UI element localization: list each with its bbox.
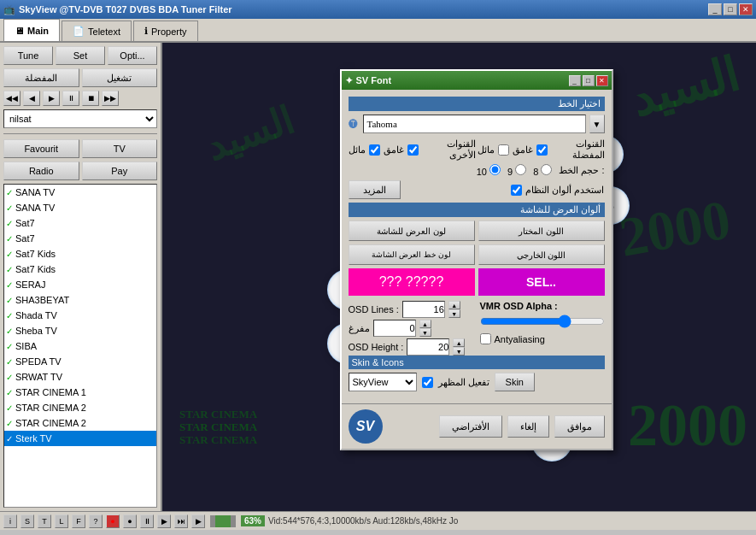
osd-height-down[interactable]: ▼ xyxy=(453,347,465,356)
cancel-button[interactable]: إلغاء xyxy=(507,415,549,438)
tab-teletext[interactable]: 📄 Teletext xyxy=(62,21,132,41)
status-icon-help[interactable]: ? xyxy=(89,514,103,528)
channel-item[interactable]: ✓SRWAT TV xyxy=(4,369,156,385)
default-button[interactable]: الأفتراضي xyxy=(439,415,502,438)
osd-height-up[interactable]: ▲ xyxy=(453,338,465,347)
other-italic-check[interactable] xyxy=(369,144,380,156)
favourit-button[interactable]: Favourit xyxy=(3,139,79,158)
skin-button[interactable]: Skin xyxy=(495,373,535,391)
channel-item[interactable]: ✓Sat7 Kids xyxy=(4,246,156,262)
vmr-label: VMR OSD Alpha : xyxy=(480,301,605,311)
empty-up[interactable]: ▲ xyxy=(419,320,431,328)
channel-item[interactable]: ✓SIBA xyxy=(4,338,156,354)
channel-item[interactable]: ✓STAR CINEMA 2 xyxy=(4,400,156,415)
pause-button[interactable]: ⏸ xyxy=(62,91,79,106)
status-icon-info[interactable]: i xyxy=(3,514,17,528)
size-8-label[interactable]: 8 xyxy=(533,164,552,177)
channel-item[interactable]: ✓Sat7 xyxy=(4,231,156,246)
size-10-label[interactable]: 10 xyxy=(477,164,501,177)
status-icon-s[interactable]: S xyxy=(21,514,34,528)
text-color-btn[interactable]: لون خط العرض الشاشة xyxy=(349,244,475,265)
channel-item[interactable]: ✓SANA TV xyxy=(4,185,156,200)
font-options-grid: القنوات المفضلة غامق مائل القنوات الأخرى… xyxy=(349,138,605,161)
status-icon-l[interactable]: L xyxy=(55,514,68,528)
status-icon-f[interactable]: F xyxy=(72,514,85,528)
osd-lines-up[interactable]: ▲ xyxy=(448,301,460,309)
set-button[interactable]: Set xyxy=(56,46,105,65)
satellite-dropdown[interactable]: nilsat xyxy=(3,109,157,128)
tune-button[interactable]: Tune xyxy=(3,46,53,65)
tab-property[interactable]: ℹ Property xyxy=(133,21,198,41)
channel-item[interactable]: ✓Sheba TV xyxy=(4,323,156,338)
skin-enable-check[interactable] xyxy=(422,377,433,388)
opti-button[interactable]: Opti... xyxy=(108,46,157,65)
radio-button[interactable]: Radio xyxy=(3,162,79,180)
status-icon-play[interactable]: ▶ xyxy=(157,514,171,528)
mufaddala-button[interactable]: المفضلة xyxy=(3,68,79,87)
check-mark: ✓ xyxy=(6,419,13,428)
screen-color-btn[interactable]: لون العرض للشاشة xyxy=(349,220,475,241)
empty-label: مفرغ xyxy=(349,323,370,334)
next-button[interactable]: ▶▶ xyxy=(102,91,119,106)
font-dropdown-btn[interactable]: ▼ xyxy=(589,115,605,133)
close-button[interactable]: ✕ xyxy=(739,3,753,15)
size-10-radio[interactable] xyxy=(489,164,501,175)
main-icon: 🖥 xyxy=(15,26,24,36)
modal-minimize[interactable]: _ xyxy=(569,75,581,86)
channel-item[interactable]: ✓SHA3BEYAT xyxy=(4,292,156,308)
font-color-icon: 🅣 xyxy=(349,119,358,129)
channel-item[interactable]: ✓Sat7 Kids xyxy=(4,262,156,277)
more-button[interactable]: المزيد xyxy=(349,180,401,199)
channel-item[interactable]: ✓STAR CINEMA 2 xyxy=(4,415,156,431)
selected-color-btn[interactable]: اللون المختار xyxy=(478,220,605,241)
syscolor-check[interactable] xyxy=(511,185,522,196)
channel-item[interactable]: ✓Sterk TV xyxy=(4,431,156,446)
channel-item[interactable]: ✓SPEDA TV xyxy=(4,354,156,369)
channel-name: Sat7 Kids xyxy=(15,249,56,259)
osd-lines-down[interactable]: ▼ xyxy=(448,309,460,318)
channel-item[interactable]: ✓SANA TV xyxy=(4,200,156,215)
vmr-slider[interactable] xyxy=(480,315,605,328)
channel-item[interactable]: ✓Sat7 xyxy=(4,215,156,231)
empty-down[interactable]: ▼ xyxy=(419,328,431,337)
empty-input[interactable] xyxy=(373,320,416,337)
preferred-bold-check[interactable] xyxy=(536,144,548,156)
stop-button[interactable]: ⏹ xyxy=(82,91,99,106)
status-icon-t[interactable]: T xyxy=(38,514,51,528)
tab-main[interactable]: 🖥 Main xyxy=(3,19,60,41)
maximize-button[interactable]: □ xyxy=(724,3,737,15)
separator xyxy=(3,133,157,134)
status-icon-pause[interactable]: ⏸ xyxy=(140,514,154,528)
prev-prev-button[interactable]: ◀◀ xyxy=(3,91,21,106)
preferred-label: القنوات المفضلة xyxy=(551,138,605,161)
tv-button[interactable]: TV xyxy=(82,139,158,158)
minimize-button[interactable]: _ xyxy=(708,3,722,15)
channel-item[interactable]: ✓SERAJ xyxy=(4,277,156,292)
font-select-display[interactable]: Tahoma xyxy=(363,115,586,133)
prev-button[interactable]: ◀ xyxy=(23,91,40,106)
channel-list[interactable]: ✓SANA TV✓SANA TV✓Sat7✓Sat7✓Sat7 Kids✓Sat… xyxy=(3,184,157,508)
status-icon-ff[interactable]: ⏭ xyxy=(174,514,188,528)
other-bold-check[interactable] xyxy=(407,144,419,156)
preferred-italic-check[interactable] xyxy=(498,144,509,156)
play-button[interactable]: ▶ xyxy=(43,91,60,106)
modal-title-bar: ✦ SV Font _ □ ✕ xyxy=(342,71,612,90)
channel-item[interactable]: ✓Shada TV xyxy=(4,308,156,323)
osd-lines-input[interactable] xyxy=(402,301,445,318)
status-icon-play2[interactable]: ▶ xyxy=(191,514,205,528)
skin-dropdown[interactable]: SkyView xyxy=(349,373,417,391)
modal-maximize[interactable]: □ xyxy=(583,75,595,86)
modal-close[interactable]: ✕ xyxy=(596,75,608,86)
size-9-radio[interactable] xyxy=(515,164,526,175)
status-icon-rec[interactable]: ● xyxy=(106,514,120,528)
status-icon-dot[interactable]: ● xyxy=(123,514,137,528)
ok-button[interactable]: موافق xyxy=(554,415,605,438)
antialias-check[interactable] xyxy=(480,333,491,344)
external-color-btn[interactable]: اللون الخارجي xyxy=(478,244,605,265)
osd-height-input[interactable] xyxy=(407,338,449,356)
size-9-label[interactable]: 9 xyxy=(507,164,526,177)
tashgheel-button[interactable]: تشغيل xyxy=(82,68,158,87)
size-8-radio[interactable] xyxy=(541,164,552,175)
channel-item[interactable]: ✓STAR CINEMA 1 xyxy=(4,385,156,400)
pay-button[interactable]: Pay xyxy=(82,162,158,180)
